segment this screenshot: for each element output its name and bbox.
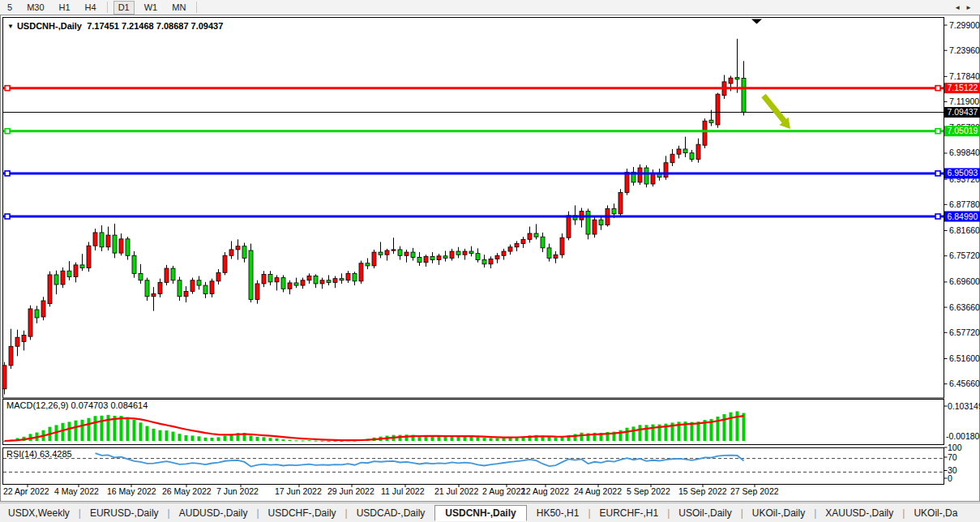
price-badge-label: 6.84990	[948, 212, 978, 221]
timeframe-button-mn[interactable]: MN	[167, 1, 190, 15]
time-tick-label: 2 Aug 2022	[482, 486, 525, 496]
timeframe-button-d1[interactable]: D1	[113, 1, 135, 15]
tab-separator: |	[667, 507, 670, 519]
price-tick-label: 7.17840	[949, 71, 980, 81]
timeframe-button-5[interactable]: 5	[2, 1, 17, 15]
macd-bar	[548, 437, 551, 441]
macd-bar	[645, 425, 648, 441]
candle-up	[236, 246, 240, 250]
candle-down	[443, 256, 447, 259]
hline-handle[interactable]	[5, 214, 10, 219]
timeframe-button-h4[interactable]: H4	[80, 1, 101, 15]
macd-bar	[185, 435, 188, 441]
candle-down	[469, 251, 473, 254]
price-tick-label: 6.51600	[949, 353, 980, 363]
hline-handle[interactable]	[935, 171, 940, 176]
macd-bar	[477, 437, 480, 441]
chart-tab-bar: USDX,Weekly|EURUSD-,Daily|AUDUSD-,Daily|…	[0, 503, 980, 522]
tab-usdcnh-daily[interactable]: USDCNH-,Daily	[434, 505, 526, 521]
macd-bar	[691, 422, 694, 441]
symbol-dropdown-icon[interactable]: ▼	[7, 23, 14, 30]
candle-down	[586, 212, 590, 234]
candle-down	[379, 252, 383, 255]
candle-down	[294, 283, 298, 285]
tab-ukoil-da[interactable]: UKOil-,Da	[905, 506, 965, 520]
candle-up	[638, 168, 642, 182]
candle-up	[346, 273, 350, 280]
price-axis[interactable]: 7.299007.239607.178407.119007.057806.998…	[944, 20, 980, 389]
tab-usoil-daily[interactable]: USOil-,Daily	[670, 506, 739, 520]
candle-up	[307, 276, 311, 280]
candle-up	[560, 237, 564, 255]
candle-up	[495, 255, 499, 259]
candle-down	[314, 276, 318, 284]
hline-support-blue-1[interactable]	[3, 171, 944, 176]
hline-handle[interactable]	[5, 86, 10, 91]
macd-bar	[632, 426, 636, 441]
down-triangle-marker[interactable]	[751, 19, 762, 24]
hline-handle[interactable]	[935, 129, 940, 134]
candle-up	[437, 256, 441, 260]
candle-up	[404, 252, 409, 255]
tab-scroll-left-icon[interactable]: ◄	[954, 4, 965, 11]
price-badge-support-green: 7.05019	[944, 126, 980, 136]
chart-canvas[interactable]: 7.299007.239607.178407.119007.057806.998…	[1, 15, 980, 503]
candle-up	[262, 274, 266, 284]
tab-eurusd-daily[interactable]: EURUSD-,Daily	[82, 506, 167, 520]
time-axis[interactable]: 22 Apr 20224 May 202216 May 202226 May 2…	[3, 485, 779, 497]
tab-usdx-weekly[interactable]: USDX,Weekly	[0, 506, 78, 520]
rsi-axis-label: 70	[948, 452, 957, 462]
macd-bar	[224, 436, 227, 441]
tab-usdcad-daily[interactable]: USDCAD-,Daily	[349, 506, 434, 520]
hline-handle[interactable]	[5, 129, 10, 134]
hline-handle[interactable]	[935, 214, 940, 219]
timeframe-button-h1[interactable]: H1	[54, 1, 75, 15]
candle-up	[515, 244, 519, 247]
tab-audusd-daily[interactable]: AUDUSD-,Daily	[171, 506, 256, 520]
hline-resistance-red[interactable]	[3, 86, 944, 91]
macd-axis[interactable]: 0.103149-0.001805	[944, 401, 980, 442]
timeframe-button-m30[interactable]: M30	[22, 1, 49, 15]
hline-handle[interactable]	[935, 86, 940, 91]
candle-down	[690, 153, 694, 160]
time-tick-label: 12 Aug 2022	[521, 486, 569, 496]
candle-up	[333, 279, 337, 283]
tab-xauusd-daily[interactable]: XAUUSD-,Daily	[817, 506, 901, 520]
hline-support-blue-2[interactable]	[3, 214, 944, 219]
hline-handle[interactable]	[5, 171, 10, 176]
tab-ukoil-daily[interactable]: UKOil-,Daily	[744, 506, 813, 520]
timeframe-button-w1[interactable]: W1	[139, 1, 163, 15]
candle-up	[528, 233, 532, 239]
tab-scroll-right-icon[interactable]: ►	[965, 4, 977, 11]
candle-down	[683, 149, 687, 153]
macd-bar	[444, 436, 447, 441]
tab-hk50-h1[interactable]: HK50-,H1	[529, 506, 588, 520]
macd-bar	[256, 437, 259, 441]
time-tick-label: 15 Sep 2022	[678, 486, 727, 496]
macd-bar	[191, 435, 195, 441]
macd-bar	[697, 421, 700, 441]
candle-down	[534, 233, 538, 237]
price-tick-label: 6.81660	[949, 225, 980, 235]
macd-bar	[88, 418, 91, 441]
macd-bar	[165, 430, 169, 441]
rsi-axis[interactable]: 10070300	[944, 443, 962, 483]
macd-bar	[204, 438, 208, 441]
candle-up	[28, 309, 32, 336]
down-arrow-shaft[interactable]	[764, 96, 785, 122]
price-tick-label: 6.63660	[949, 302, 980, 312]
macd-histogram	[3, 411, 746, 442]
candle-down	[80, 265, 84, 268]
hline-support-green[interactable]	[3, 129, 944, 134]
tab-eurchf-h1[interactable]: EURCHF-,H1	[592, 506, 667, 520]
candle-down	[411, 252, 415, 257]
tab-scroll-arrows[interactable]: ◄►	[954, 4, 977, 11]
candle-up	[392, 250, 396, 250]
candle-up	[729, 78, 733, 83]
candle-down	[35, 310, 39, 318]
tab-usdchf-daily[interactable]: USDCHF-,Daily	[260, 506, 344, 520]
time-tick-label: 11 Jul 2022	[381, 486, 425, 496]
macd-bar	[159, 430, 162, 441]
candle-down	[242, 246, 246, 259]
macd-bar	[626, 428, 629, 441]
